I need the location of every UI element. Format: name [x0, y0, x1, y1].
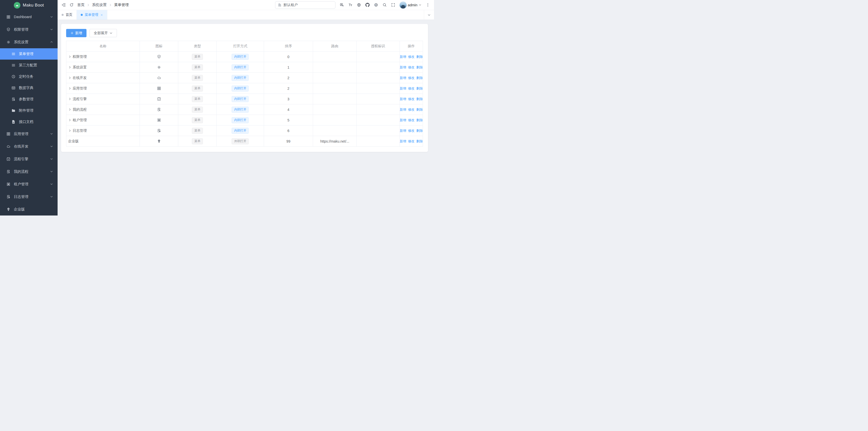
type-badge: 菜单 [192, 128, 203, 134]
chevron-down-icon [50, 157, 53, 160]
app-title: Maku Boot [23, 3, 44, 8]
row-edit-link[interactable]: 修改 [408, 76, 414, 80]
expand-row-icon[interactable] [68, 66, 71, 69]
sidebar-item-app-management[interactable]: 应用管理 [0, 127, 58, 140]
row-edit-link[interactable]: 修改 [408, 139, 414, 144]
globe-icon[interactable] [357, 3, 361, 7]
row-edit-link[interactable]: 修改 [408, 118, 414, 122]
sort-value: 5 [264, 115, 313, 125]
avatar[interactable] [400, 1, 407, 8]
sidebar-item-label: 我的流程 [14, 169, 28, 174]
sidebar-item-attachment-management[interactable]: 附件管理 [0, 105, 58, 116]
row-delete-link[interactable]: 删除 [416, 86, 423, 91]
sidebar-item-dashboard[interactable]: Dashboard [0, 10, 58, 23]
sidebar-item-label: 附件管理 [19, 108, 33, 113]
list-icon [11, 52, 16, 56]
tenant-select-value: 默认租户 [284, 3, 298, 7]
username: admin [408, 3, 417, 7]
tabs-dropdown-button[interactable] [424, 10, 434, 20]
tab-home[interactable]: 首页 [58, 10, 77, 20]
row-delete-link[interactable]: 删除 [416, 118, 423, 122]
add-button[interactable]: 新增 [66, 29, 87, 37]
row-delete-link[interactable]: 删除 [416, 55, 423, 59]
tab-menu-management[interactable]: 菜单管理 [77, 10, 107, 20]
row-add-link[interactable]: 新增 [400, 118, 406, 122]
row-edit-link[interactable]: 修改 [408, 97, 414, 101]
expand-row-icon[interactable] [68, 87, 71, 90]
expand-row-icon[interactable] [68, 129, 71, 132]
menu-table: 名称 图标 类型 打开方式 排序 路由 授权标识 操作 权限管理 [66, 41, 423, 147]
row-add-link[interactable]: 新增 [400, 128, 406, 133]
expand-all-button[interactable]: 全部展开 [90, 29, 117, 37]
row-edit-link[interactable]: 修改 [408, 55, 414, 59]
row-add-link[interactable]: 新增 [400, 76, 406, 80]
sidebar-item-my-workflow[interactable]: 我的流程 [0, 165, 58, 178]
tenant-icon [157, 118, 161, 122]
tenant-select[interactable]: 默认租户 [275, 1, 335, 9]
fullscreen-icon[interactable] [391, 3, 395, 7]
row-delete-link[interactable]: 删除 [416, 107, 423, 112]
row-edit-link[interactable]: 修改 [408, 65, 414, 70]
sidebar-item-system-settings[interactable]: 系统设置 [0, 36, 58, 48]
gitee-icon[interactable]: G [374, 3, 378, 7]
translate-icon[interactable] [340, 3, 344, 7]
github-icon[interactable] [365, 3, 370, 7]
close-icon[interactable] [100, 13, 103, 17]
refresh-icon[interactable] [69, 3, 74, 7]
row-edit-link[interactable]: 修改 [408, 107, 414, 112]
search-icon[interactable] [382, 3, 387, 7]
chevron-down-icon [50, 16, 53, 18]
sidebar-item-thirdparty-config[interactable]: 第三方配置 [0, 60, 58, 71]
row-delete-link[interactable]: 删除 [416, 97, 423, 101]
row-add-link[interactable]: 新增 [400, 97, 406, 101]
grid-icon [6, 15, 10, 19]
user-menu[interactable]: admin [400, 1, 422, 8]
row-edit-link[interactable]: 修改 [408, 86, 414, 91]
open-mode-badge: 内部打开 [231, 117, 249, 123]
breadcrumb-item-system[interactable]: 系统设置 [92, 2, 106, 7]
breadcrumb: 首页 系统设置 菜单管理 [77, 2, 129, 7]
kebab-menu-icon[interactable] [426, 3, 430, 7]
gear-icon [6, 40, 10, 44]
gear-icon [157, 65, 161, 69]
sort-value: 0 [264, 52, 313, 62]
row-add-link[interactable]: 新增 [400, 55, 406, 59]
row-delete-link[interactable]: 删除 [416, 65, 423, 70]
row-delete-link[interactable]: 删除 [416, 139, 423, 144]
expand-row-icon[interactable] [68, 55, 71, 58]
sidebar-item-scheduled-tasks[interactable]: 定时任务 [0, 71, 58, 82]
sidebar-item-tenant-management[interactable]: 租户管理 [0, 178, 58, 190]
diamond-icon [157, 139, 161, 143]
expand-row-icon[interactable] [68, 108, 71, 111]
sidebar-item-enterprise[interactable]: 企业版 [0, 203, 58, 216]
sidebar-item-data-dictionary[interactable]: 数据字典 [0, 82, 58, 94]
sidebar-item-permissions[interactable]: 权限管理 [0, 23, 58, 36]
row-delete-link[interactable]: 删除 [416, 128, 423, 133]
menu-management-card: 新增 全部展开 名称 图标 [61, 24, 428, 152]
expand-row-icon[interactable] [68, 118, 71, 122]
sidebar-item-parameter-management[interactable]: 参数管理 [0, 94, 58, 105]
open-mode-badge: 内部打开 [231, 106, 249, 113]
folder-icon [11, 109, 16, 113]
row-add-link[interactable]: 新增 [400, 65, 406, 70]
sidebar-item-log-management[interactable]: 日志管理 [0, 190, 58, 203]
sidebar-item-label: 第三方配置 [19, 63, 37, 68]
sidebar-item-workflow-engine[interactable]: 流程引擎 [0, 153, 58, 165]
breadcrumb-item-home[interactable]: 首页 [77, 2, 85, 7]
row-add-link[interactable]: 新增 [400, 86, 406, 91]
chevron-down-icon [50, 145, 53, 148]
sidebar-item-menu-management[interactable]: 菜单管理 [0, 48, 58, 60]
row-add-link[interactable]: 新增 [400, 107, 406, 112]
expand-row-icon[interactable] [68, 76, 71, 80]
card-toolbar: 新增 全部展开 [66, 29, 423, 37]
row-edit-link[interactable]: 修改 [408, 128, 414, 133]
auth-value [356, 52, 400, 62]
font-size-icon[interactable] [348, 3, 352, 7]
row-add-link[interactable]: 新增 [400, 139, 406, 144]
row-delete-link[interactable]: 删除 [416, 76, 423, 80]
collapse-sidebar-icon[interactable] [62, 3, 66, 7]
sidebar-item-online-dev[interactable]: 在线开发 [0, 140, 58, 153]
grid-icon [6, 132, 10, 136]
expand-row-icon[interactable] [68, 97, 71, 100]
sidebar-item-api-docs[interactable]: 接口文档 [0, 116, 58, 127]
